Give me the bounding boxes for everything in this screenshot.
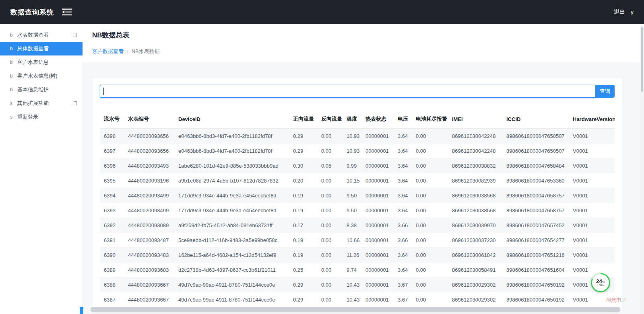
search-button[interactable]: 查询 bbox=[595, 85, 615, 98]
horizontal-scrollbar[interactable] bbox=[91, 307, 620, 312]
table-row[interactable]: 639244480020093089a9f259d2-fb75-4512-ab8… bbox=[100, 218, 615, 233]
table-cell: 3.64 bbox=[394, 263, 413, 277]
table-cell: V0001 bbox=[570, 144, 615, 158]
table-cell: V0001 bbox=[570, 263, 615, 277]
table-cell: 10.15 bbox=[343, 173, 362, 188]
table-cell: 8.38 bbox=[343, 218, 362, 233]
table-cell: 869612030061842 bbox=[449, 248, 503, 263]
vertical-scrollbar-thumb[interactable] bbox=[641, 27, 643, 92]
sidebar-item[interactable]: s其他扩展功能 bbox=[0, 96, 83, 110]
column-header: 正向流量 bbox=[290, 109, 318, 129]
table-cell: 44480020093499 bbox=[125, 203, 175, 218]
table-cell: 89860618000047657452 bbox=[503, 218, 570, 233]
table-cell: 171dd9c3-934e-444b-9e3a-e454eecbef8d bbox=[175, 188, 290, 203]
text-caret bbox=[103, 88, 104, 95]
table-row[interactable]: 639044480020093483162be115-a64d-4682-a15… bbox=[100, 248, 615, 263]
logout-button[interactable]: 退出 bbox=[614, 8, 625, 16]
sidebar-item[interactable]: b客户水表信息(树) bbox=[0, 69, 83, 83]
table-cell: 0.00 bbox=[318, 218, 343, 233]
breadcrumb-link[interactable]: 客户数据查看 bbox=[92, 48, 124, 55]
menu-item-icon: b bbox=[9, 87, 14, 92]
table-row[interactable]: 639844480020093656e0463bb6-8bd3-4fd7-a40… bbox=[100, 129, 615, 144]
breadcrumb: 客户数据查看 / NB水表数据 bbox=[83, 44, 644, 62]
table-cell: 0.00 bbox=[413, 144, 449, 158]
table-cell: 0.20 bbox=[290, 173, 318, 188]
table-row[interactable]: 639744480020093656e0463bb6-8bd3-4fd7-a40… bbox=[100, 144, 615, 158]
vertical-scrollbar[interactable] bbox=[640, 24, 644, 314]
sidebar-bottom-indicator bbox=[80, 307, 83, 314]
table-cell: a9f259d2-fb75-4512-ab84-091eb63731ff bbox=[175, 218, 290, 233]
table-cell: 0.29 bbox=[290, 292, 318, 307]
table-cell: 6389 bbox=[100, 263, 125, 277]
table-cell: 6394 bbox=[100, 188, 125, 203]
table-cell: 6391 bbox=[100, 233, 125, 248]
table-cell: 10.66 bbox=[343, 233, 362, 248]
menu-item-icon: b bbox=[9, 60, 14, 65]
column-header: 流水号 bbox=[100, 109, 125, 129]
table-cell: 0.00 bbox=[318, 203, 343, 218]
username[interactable]: y bbox=[631, 9, 634, 15]
table-cell: 0.00 bbox=[413, 173, 449, 188]
table-row[interactable]: 638944480020093683d2c2738b-4d63-4897-863… bbox=[100, 263, 615, 277]
table-cell: 44480020093196 bbox=[125, 173, 175, 188]
menu-item-label: 客户水表信息 bbox=[17, 59, 49, 66]
table-row[interactable]: 639344480020093499171dd9c3-934e-444b-9e3… bbox=[100, 203, 615, 218]
table-row[interactable]: 6391444800200934875ce9aebb-d112-416b-948… bbox=[100, 233, 615, 248]
table-cell: 3.64 bbox=[394, 144, 413, 158]
table-cell: 869612030042248 bbox=[449, 129, 503, 144]
table-header-row: 流水号水表编号DeviceID正向流量反向流量温度热表状态电压电池耗尽报警IME… bbox=[100, 109, 615, 129]
search-bar: 查询 bbox=[100, 85, 615, 98]
table-cell: 0.00 bbox=[318, 292, 343, 307]
column-header: 反向流量 bbox=[318, 109, 343, 129]
sidebar: b水表数据查看b总体数据查看b客户水表信息b客户水表信息(树)b基本信息维护s其… bbox=[0, 24, 83, 314]
table-cell: 6388 bbox=[100, 277, 125, 292]
column-header: 水表编号 bbox=[125, 109, 175, 129]
sidebar-item[interactable]: b总体数据查看 bbox=[0, 42, 83, 55]
table-cell: 89860618000047650507 bbox=[503, 129, 570, 144]
table-cell: 00000001 bbox=[362, 129, 394, 144]
sidebar-item[interactable]: b客户水表信息 bbox=[0, 55, 83, 69]
table-row[interactable]: 63884448002009366749d7c9ac-99ac-4911-878… bbox=[100, 277, 615, 292]
table-cell: 3.66 bbox=[394, 218, 413, 233]
sidebar-item[interactable]: s重新登录 bbox=[0, 110, 83, 124]
search-input[interactable] bbox=[100, 85, 595, 98]
table-cell: V0001 bbox=[570, 203, 615, 218]
table-cell: 3.64 bbox=[394, 203, 413, 218]
table-cell: 44480020093089 bbox=[125, 218, 175, 233]
table-cell: 0.00 bbox=[318, 233, 343, 248]
table-row[interactable]: 639444480020093499171dd9c3-934e-444b-9e3… bbox=[100, 188, 615, 203]
table-cell: 9.50 bbox=[343, 203, 362, 218]
table-row[interactable]: 63874448002009366749d7c9ac-99ac-4911-878… bbox=[100, 292, 615, 307]
expand-indicator-icon bbox=[74, 101, 77, 105]
page-title: NB数据总表 bbox=[92, 31, 634, 40]
table-cell: V0001 bbox=[570, 218, 615, 233]
table-cell: 6396 bbox=[100, 158, 125, 173]
menu-item-label: 其他扩展功能 bbox=[17, 100, 49, 107]
sidebar-menu: b水表数据查看b总体数据查看b客户水表信息b客户水表信息(树)b基本信息维护s其… bbox=[0, 28, 83, 124]
table-cell: 0.00 bbox=[413, 292, 449, 307]
table-cell: 6387 bbox=[100, 292, 125, 307]
table-cell: 00000001 bbox=[362, 233, 394, 248]
sidebar-item[interactable]: b水表数据查看 bbox=[0, 28, 83, 42]
table-cell: 49d7c9ac-99ac-4911-8780-751f144cce0e bbox=[175, 292, 290, 307]
table-cell: 0.00 bbox=[318, 188, 343, 203]
sidebar-item[interactable]: b基本信息维护 bbox=[0, 83, 83, 96]
table-cell: V0001 bbox=[570, 188, 615, 203]
table-cell: 10.43 bbox=[343, 292, 362, 307]
menu-fold-icon[interactable] bbox=[62, 8, 72, 16]
table-cell: 869612030038568 bbox=[449, 203, 503, 218]
table-row[interactable]: 639544480020093196a9b1e08d-2974-4a5b-b10… bbox=[100, 173, 615, 188]
menu-item-label: 客户水表信息(树) bbox=[17, 72, 58, 80]
table-cell: 869612030058491 bbox=[449, 263, 503, 277]
table-cell: 89860618000047658757 bbox=[503, 203, 570, 218]
column-header: 电池耗尽报警 bbox=[413, 109, 449, 129]
table-row[interactable]: 6396444800200934931abe6280-101d-42e9-885… bbox=[100, 158, 615, 173]
table-cell: 00000001 bbox=[362, 203, 394, 218]
table-cell: 44480020093487 bbox=[125, 233, 175, 248]
column-header: IMEI bbox=[449, 109, 503, 129]
network-speed-widget[interactable]: 24% ↑ 0K/s bbox=[591, 273, 610, 292]
table-cell: 869612030042248 bbox=[449, 144, 503, 158]
table-cell: d2c2738b-4d63-4897-8637-cc3b61f21011 bbox=[175, 263, 290, 277]
table-cell: 162be115-a64d-4682-a154-c13d54132ef9 bbox=[175, 248, 290, 263]
table-cell: 44480020093493 bbox=[125, 158, 175, 173]
